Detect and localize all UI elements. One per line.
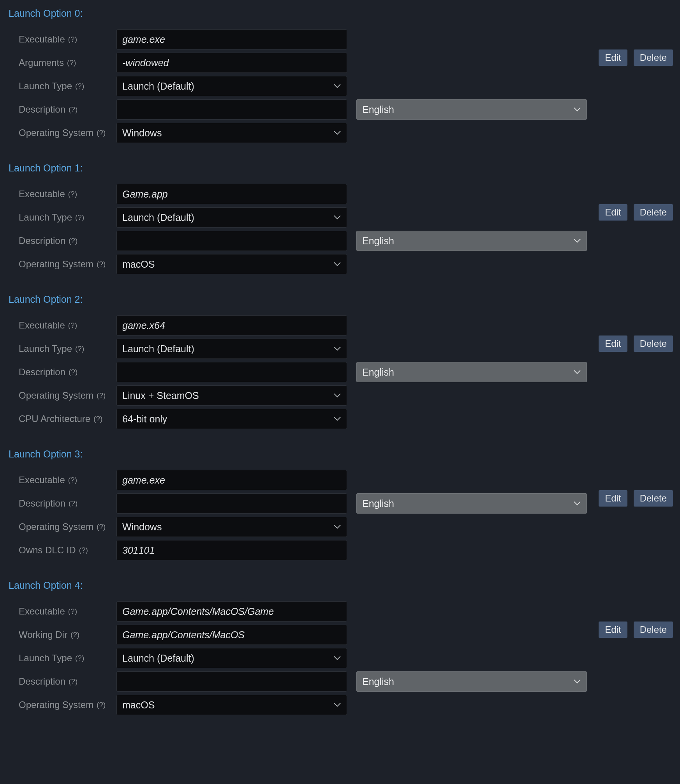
os-select[interactable]: macOS [116, 254, 347, 274]
field-row: Launch Type (?)Launch (Default) [5, 74, 599, 98]
action-buttons: EditDelete [599, 28, 675, 66]
launch_type-select[interactable]: Launch (Default) [116, 648, 347, 668]
arguments-input[interactable] [116, 53, 347, 73]
field-row: Operating System (?)Linux + SteamOS [5, 384, 599, 407]
executable-input[interactable] [116, 184, 347, 204]
help-hint[interactable]: (?) [97, 523, 106, 531]
os-select[interactable]: macOS [116, 695, 347, 715]
field-label-arguments: Arguments (?) [5, 57, 116, 68]
delete-button[interactable]: Delete [634, 622, 673, 638]
description-language-select[interactable]: English [356, 671, 587, 692]
field-row: Executable (?) [5, 28, 599, 51]
help-hint[interactable]: (?) [75, 213, 84, 222]
field-row: Description (?)English [5, 229, 599, 253]
help-hint[interactable]: (?) [97, 129, 106, 137]
field-row: Executable (?) [5, 182, 599, 206]
field-row: Description (?)English [5, 360, 599, 384]
help-hint[interactable]: (?) [70, 630, 79, 639]
launch_type-select[interactable]: Launch (Default) [116, 339, 347, 359]
field-label-owns_dlc: Owns DLC ID (?) [5, 545, 116, 556]
working_dir-input[interactable] [116, 625, 347, 645]
help-hint[interactable]: (?) [69, 105, 78, 114]
help-hint[interactable]: (?) [75, 344, 84, 353]
field-row: Description (?)English [5, 670, 599, 693]
executable-input[interactable] [116, 601, 347, 622]
description-language-select[interactable]: English [356, 231, 587, 251]
executable-input[interactable] [116, 315, 347, 335]
os-select[interactable]: Windows [116, 123, 347, 143]
launch_type-select[interactable]: Launch (Default) [116, 76, 347, 96]
field-label-launch_type: Launch Type (?) [5, 81, 116, 92]
launch-option-block: Launch Option 0:Executable (?)Arguments … [5, 6, 675, 145]
edit-button[interactable]: Edit [599, 49, 627, 66]
owns_dlc-input[interactable] [116, 540, 347, 560]
description-language-select[interactable]: English [356, 99, 587, 120]
launch-option-title: Launch Option 4: [5, 578, 675, 600]
delete-button[interactable]: Delete [634, 490, 673, 507]
launch_type-select[interactable]: Launch (Default) [116, 207, 347, 228]
field-label-os: Operating System (?) [5, 390, 116, 401]
description-input[interactable] [116, 99, 347, 120]
help-hint[interactable]: (?) [75, 654, 84, 662]
edit-button[interactable]: Edit [599, 335, 627, 352]
field-label-executable: Executable (?) [5, 34, 116, 45]
field-label-os: Operating System (?) [5, 127, 116, 138]
field-row: Executable (?) [5, 468, 599, 492]
field-label-executable: Executable (?) [5, 475, 116, 486]
cpu-select[interactable]: 64-bit only [116, 409, 347, 429]
field-label-cpu: CPU Architecture (?) [5, 413, 116, 424]
help-hint[interactable]: (?) [68, 190, 77, 198]
delete-button[interactable]: Delete [634, 49, 673, 66]
action-buttons: EditDelete [599, 600, 675, 638]
delete-button[interactable]: Delete [634, 335, 673, 352]
field-row: Operating System (?)Windows [5, 121, 599, 145]
field-row: Launch Type (?)Launch (Default) [5, 646, 599, 670]
field-row: Owns DLC ID (?) [5, 539, 599, 562]
description-language-select[interactable]: English [356, 493, 587, 514]
os-select[interactable]: Windows [116, 517, 347, 537]
launch-option-block: Launch Option 4:Executable (?)Working Di… [5, 578, 675, 717]
executable-input[interactable] [116, 470, 347, 490]
field-label-executable: Executable (?) [5, 189, 116, 200]
edit-button[interactable]: Edit [599, 622, 627, 638]
action-buttons: EditDelete [599, 182, 675, 221]
field-label-working_dir: Working Dir (?) [5, 629, 116, 640]
description-language-select[interactable]: English [356, 362, 587, 382]
field-label-executable: Executable (?) [5, 320, 116, 331]
field-row: Operating System (?)macOS [5, 253, 599, 276]
edit-button[interactable]: Edit [599, 204, 627, 221]
help-hint[interactable]: (?) [68, 35, 77, 44]
help-hint[interactable]: (?) [93, 415, 102, 423]
help-hint[interactable]: (?) [69, 677, 78, 686]
help-hint[interactable]: (?) [69, 499, 78, 508]
launch-option-block: Launch Option 3:Executable (?)Descriptio… [5, 447, 675, 562]
field-label-description: Description (?) [5, 104, 116, 115]
action-buttons: EditDelete [599, 468, 675, 507]
field-label-os: Operating System (?) [5, 521, 116, 532]
launch-option-title: Launch Option 1: [5, 161, 675, 182]
help-hint[interactable]: (?) [79, 546, 88, 554]
help-hint[interactable]: (?) [68, 476, 77, 484]
description-input[interactable] [116, 671, 347, 692]
launch-option-block: Launch Option 2:Executable (?)Launch Typ… [5, 292, 675, 431]
help-hint[interactable]: (?) [69, 237, 78, 245]
delete-button[interactable]: Delete [634, 204, 673, 221]
field-label-description: Description (?) [5, 676, 116, 687]
field-label-os: Operating System (?) [5, 699, 116, 710]
field-label-description: Description (?) [5, 367, 116, 378]
os-select[interactable]: Linux + SteamOS [116, 385, 347, 406]
help-hint[interactable]: (?) [75, 82, 84, 90]
description-input[interactable] [116, 231, 347, 251]
description-input[interactable] [116, 362, 347, 382]
edit-button[interactable]: Edit [599, 490, 627, 507]
help-hint[interactable]: (?) [97, 701, 106, 709]
help-hint[interactable]: (?) [68, 607, 77, 616]
help-hint[interactable]: (?) [68, 321, 77, 330]
help-hint[interactable]: (?) [97, 391, 106, 400]
help-hint[interactable]: (?) [69, 368, 78, 376]
launch-option-title: Launch Option 0: [5, 6, 675, 28]
help-hint[interactable]: (?) [97, 260, 106, 268]
help-hint[interactable]: (?) [67, 58, 76, 67]
executable-input[interactable] [116, 29, 347, 49]
description-input[interactable] [116, 493, 347, 514]
